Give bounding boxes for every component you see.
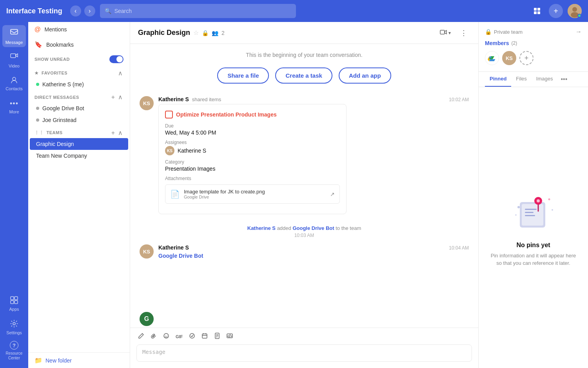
video-call-icon [440,29,447,37]
svg-rect-27 [525,215,535,216]
back-button[interactable]: ‹ [70,5,81,16]
sender-name-1: Katherine S [158,96,189,102]
dm-item-google-drive-bot[interactable]: Google Drive Bot [30,102,128,114]
svg-point-18 [167,335,168,336]
favorites-collapse-btn[interactable]: ∧ [117,69,123,77]
dm-label: DIRECT MESSAGES [34,95,79,100]
attachment-card[interactable]: 📄 Image template for JK to create.png Go… [165,184,340,204]
share-file-btn[interactable]: Share a file [217,67,269,84]
pencil-tool-btn[interactable] [136,331,146,342]
message-input[interactable] [136,344,472,362]
dm-item-joe-grinstead[interactable]: Joe Grinstead [30,114,128,126]
chat-messages: This is the beginning of your team conve… [130,44,478,312]
lock-private-icon: 🔒 [485,29,492,35]
tab-files[interactable]: Files [511,72,531,87]
offline-dot-2 [36,118,39,122]
sidebar-item-more[interactable]: ••• More [2,96,26,118]
gif-tool-btn[interactable]: GIF [174,331,184,342]
search-input[interactable] [114,8,291,14]
new-folder-item[interactable]: 📁 New folder [28,352,130,368]
more-options-btn[interactable]: ⋮ [457,27,470,39]
calendar-tool-btn[interactable] [200,331,209,342]
user-avatar-container[interactable] [568,4,582,18]
emoji-icon [163,333,169,339]
emoji-tool-btn[interactable] [162,331,171,342]
forward-button[interactable]: › [84,5,95,16]
no-pins-section: No pins yet Pin information and it will … [479,87,588,368]
task-due-value: Wed, May 4 5:00 PM [165,129,340,136]
task-attachments-label: Attachments [165,176,340,181]
right-panel: 🔒 Private team → Members (2) [478,22,588,368]
sidebar-label-apps: Apps [9,307,19,312]
svg-point-16 [164,333,169,338]
sidebar-item-contacts[interactable]: Contacts [2,72,26,94]
dm-collapse-btn[interactable]: ∧ [117,93,123,101]
sidebar-item-resource-center[interactable]: ? Resource Center [2,340,26,362]
svg-rect-13 [15,301,18,304]
svg-point-33 [515,214,517,216]
bot-typing-area: G [130,312,478,328]
system-msg-user[interactable]: Katherine S [247,225,276,231]
offline-dot [36,107,39,110]
teams-section-header: ⋮⋮ TEAMS + ∧ [28,126,130,138]
left-sidebar: Message Video Contacts ••• More [0,22,28,368]
favorites-section-header: ★ FAVORITES ∧ [28,66,130,78]
task-due-label: Due [165,123,340,129]
star-icon[interactable]: ☆ [193,29,199,36]
chevron-down-icon: ▾ [448,30,451,36]
svg-point-5 [572,7,577,12]
svg-point-29 [537,199,540,202]
message-row-1: KS Katherine S shared items 10:02 AM Opt… [140,96,469,214]
system-msg-bot[interactable]: Google Drive Bot [292,225,334,231]
search-icon: 🔍 [105,8,111,14]
external-link-icon[interactable]: ↗ [330,191,335,197]
teams-collapse-btn[interactable]: ∧ [117,129,123,137]
favorites-item-katherine[interactable]: Katherine S (me) [30,78,128,90]
sidebar-item-message[interactable]: Message [2,25,26,47]
teams-add-btn[interactable]: + [111,129,116,137]
add-app-btn[interactable]: Add an app [339,67,391,84]
tab-images[interactable]: Images [532,72,558,87]
sidebar-item-apps[interactable]: Apps [2,293,26,315]
bot-mention: Google Drive Bot [158,253,203,259]
settings-icon [10,319,18,329]
message-time-1: 10:02 AM [449,97,469,102]
task-attachments-field: Attachments 📄 Image template for JK to c… [165,176,340,204]
show-unread-toggle[interactable] [109,55,123,63]
task-checkbox[interactable] [165,111,173,118]
message-content-2: Katherine S 10:04 AM Google Drive Bot [158,244,469,259]
system-message: Katherine S added Google Drive Bot to th… [140,225,469,231]
task-card: Optimize Presentation Product Images Due… [158,104,347,214]
dm-section-header: DIRECT MESSAGES + ∧ [28,90,130,102]
create-task-btn[interactable]: Create a task [275,67,332,84]
online-dot [36,83,39,86]
paperclip-tool-btn[interactable] [149,331,158,342]
doc-tool-btn[interactable] [212,331,222,342]
checkmark-tool-btn[interactable] [187,331,197,342]
sidebar-item-video[interactable]: Video [2,49,26,71]
bookmarks-item[interactable]: 🔖 Bookmarks [28,37,130,52]
video-call-btn[interactable]: ▾ [437,27,454,38]
team-item-graphic-design[interactable]: Graphic Design [30,138,128,150]
system-msg-time: 10:03 AM [140,233,469,238]
sidebar-item-settings[interactable]: Settings [2,316,26,338]
team-item-new-company[interactable]: Team New Company [30,150,128,162]
teams-label: ⋮⋮ TEAMS [34,130,63,135]
close-panel-btn[interactable]: → [575,28,582,35]
svg-rect-8 [11,54,16,58]
add-member-btn[interactable]: + [519,51,534,65]
favorites-label: ★ FAVORITES [34,71,67,76]
message-header-1: Katherine S shared items 10:02 AM [158,96,469,102]
add-button[interactable]: + [549,4,563,18]
tab-more-btn[interactable]: ••• [557,72,570,87]
new-folder-icon: 📁 [34,357,42,364]
grid-icon-button[interactable] [530,4,544,18]
dm-add-btn[interactable]: + [111,93,116,101]
code-tool-btn[interactable] [225,331,234,342]
mentions-item[interactable]: @ Mentions [28,22,130,37]
person-member-avatar: KS [502,51,516,65]
assignee-row: KS Katherine S [165,146,340,155]
attachment-info: Image template for JK to create.png Goog… [184,189,326,199]
tab-pinned[interactable]: Pinned [485,72,511,87]
add-member-icon: + [524,54,529,62]
